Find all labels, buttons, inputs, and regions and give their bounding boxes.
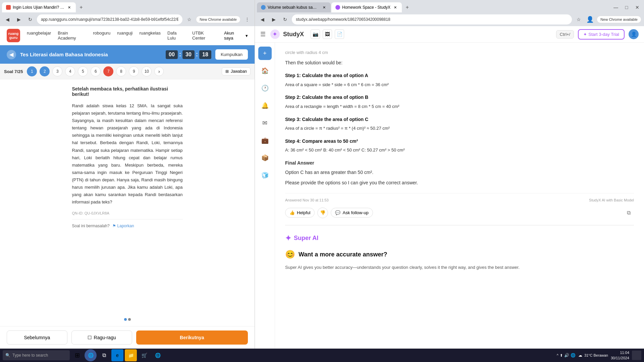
q-num-2[interactable]: 2: [40, 66, 50, 76]
right-forward-button[interactable]: ▶: [269, 15, 278, 24]
taskbar-show-desktop-button[interactable]: [632, 351, 641, 360]
studyx-file-icon[interactable]: 📄: [335, 29, 344, 39]
right-maximize-button[interactable]: □: [622, 3, 631, 12]
left-forward-button[interactable]: ▶: [14, 15, 23, 24]
tray-network-icon[interactable]: 🌐: [571, 353, 576, 358]
right-back-button[interactable]: ◀: [258, 15, 267, 24]
followup-button[interactable]: 💬 Ask follow-up: [331, 208, 373, 218]
nav-utbk-center[interactable]: UTBK Center: [192, 31, 217, 41]
left-more-button[interactable]: ⋮: [243, 15, 252, 24]
right-tab-1-title: Volume sebuah kubus sama de...: [268, 5, 319, 10]
helpful-label: Helpful: [297, 210, 310, 215]
nav-dafa-lulu[interactable]: Dafa Lulu: [167, 31, 185, 41]
left-new-tab-button[interactable]: +: [76, 3, 86, 12]
right-new-chrome-badge[interactable]: New Chrome available: [597, 16, 641, 23]
taskbar-cortana-icon[interactable]: 🌐: [85, 349, 97, 361]
taskbar-taskview-icon[interactable]: ⧉: [98, 349, 110, 361]
q-num-6[interactable]: 6: [91, 66, 101, 76]
collect-button[interactable]: Kumpulkan: [215, 49, 248, 60]
tray-volume-icon[interactable]: 🔊: [564, 353, 569, 358]
studyx-logo-text: StudyX: [283, 31, 304, 38]
studyx-menu-button[interactable]: ☰: [260, 31, 266, 38]
q-num-5[interactable]: 5: [78, 66, 88, 76]
right-address-input[interactable]: [292, 14, 572, 24]
right-close-button[interactable]: ✕: [633, 3, 642, 12]
q-nav-chevron[interactable]: ›: [154, 67, 164, 76]
left-tab-1-close[interactable]: ✕: [66, 5, 72, 10]
q-num-3[interactable]: 3: [52, 66, 62, 76]
step3-title: Step 3: Calculate the area of option C: [285, 116, 634, 123]
left-reload-button[interactable]: ↻: [25, 15, 35, 24]
studyx-trial-button[interactable]: ✦ Start 3-day Trial: [578, 29, 625, 40]
tray-arrow-icon[interactable]: ^: [557, 353, 558, 357]
super-ai-title: ✦ Super AI: [285, 232, 634, 244]
copy-button[interactable]: ⧉: [623, 207, 634, 218]
nav-ruangkelas[interactable]: ruangkelas: [139, 31, 161, 41]
nav-brain-academy[interactable]: Brain Academy: [58, 31, 86, 41]
sidebar-add-button[interactable]: +: [258, 47, 272, 60]
next-button[interactable]: Berikutnya: [136, 330, 248, 345]
left-new-chrome-badge[interactable]: New Chrome available: [196, 16, 240, 23]
ruangguru-logo: ruangguru: [7, 29, 20, 42]
report-button[interactable]: ⚑ Laporkan: [112, 224, 134, 228]
right-reload-button[interactable]: ↻: [280, 15, 290, 24]
nav-roboguru[interactable]: roboguru: [93, 31, 110, 41]
right-bookmark-button[interactable]: ☆: [574, 15, 583, 24]
studyx-header-icons: 📷 🖼 📄: [311, 29, 344, 39]
right-tab-1-close[interactable]: ✕: [321, 5, 327, 10]
super-ai-emoji: 😊: [285, 248, 295, 261]
weather-cloud-icon: ☁: [578, 353, 582, 358]
studyx-camera-icon[interactable]: 📷: [311, 29, 320, 39]
left-tab-1-favicon: [6, 5, 11, 10]
q-num-1[interactable]: 1: [27, 66, 37, 76]
q-num-9[interactable]: 9: [129, 66, 139, 76]
report-section: Soal ini bermasalah? ⚑ Laporkan: [72, 219, 183, 232]
prev-button[interactable]: Sebelumnya: [7, 330, 67, 345]
clock-time: 11:04: [611, 350, 629, 356]
taskbar-explorer-icon[interactable]: 📁: [125, 349, 137, 361]
helpful-thumb-icon: 👍: [289, 210, 295, 215]
q-num-10[interactable]: 10: [142, 66, 152, 76]
left-bookmark-button[interactable]: ☆: [184, 15, 194, 24]
q-num-4[interactable]: 4: [65, 66, 75, 76]
taskbar-windows-icon[interactable]: ⊞: [71, 349, 83, 361]
quiz-title: Tes Literasi dalam Bahasa Indonesia: [20, 52, 162, 57]
left-tab-1[interactable]: Ingin Lolos Ujian Mandiri? Ikuti... ✕: [2, 2, 76, 12]
right-profile-icon[interactable]: 👤: [585, 15, 595, 24]
sidebar-history-icon[interactable]: 🕐: [258, 81, 272, 95]
nav-ruanguji[interactable]: ruanguji: [117, 31, 132, 41]
taskbar-search-box[interactable]: 🔍 Type here to search: [3, 350, 70, 360]
ruangguru-account[interactable]: Akun saya ▾: [224, 31, 248, 41]
ragu-button[interactable]: ☐ Ragu-ragu: [71, 330, 132, 345]
right-tab-2[interactable]: Homework Space - StudyX ✕: [331, 2, 402, 12]
sidebar-briefcase-icon[interactable]: 💼: [258, 134, 272, 147]
right-tab-1[interactable]: Volume sebuah kubus sama de... ✕: [257, 2, 331, 12]
q-num-7[interactable]: 7: [103, 66, 113, 76]
left-back-button[interactable]: ◀: [3, 15, 12, 24]
right-minimize-button[interactable]: —: [611, 3, 621, 12]
left-address-input[interactable]: [37, 14, 182, 24]
right-new-tab-button[interactable]: +: [402, 3, 412, 12]
sidebar-notification-icon[interactable]: 🔔: [258, 99, 272, 112]
helpful-button[interactable]: 👍 Helpful: [285, 208, 315, 218]
jawaban-icon: ⊞: [225, 69, 229, 74]
model-text: StudyX AI with Basic Model: [589, 197, 634, 203]
ruangguru-page: ruangguru ruangbelajar Brain Academy rob…: [0, 26, 255, 349]
sidebar-cube-icon[interactable]: 🧊: [258, 169, 272, 182]
taskbar-edge-icon[interactable]: e: [111, 349, 123, 361]
taskbar-chrome-icon[interactable]: 🌐: [152, 349, 164, 361]
sidebar-mail-icon[interactable]: ✉: [258, 116, 272, 130]
thumbdown-button[interactable]: 👎: [317, 207, 328, 218]
q-num-8[interactable]: 8: [116, 66, 126, 76]
sidebar-package-icon[interactable]: 📦: [258, 151, 272, 165]
super-ai-description: Super AI gives you better accuracy—under…: [285, 264, 634, 271]
jawaban-button[interactable]: ⊞ Jawaban: [222, 67, 251, 75]
nav-ruangbelajar[interactable]: ruangbelajar: [27, 31, 51, 41]
ruangguru-header: ruangguru ruangbelajar Brain Academy rob…: [0, 26, 255, 45]
right-tab-2-close[interactable]: ✕: [392, 5, 398, 10]
studyx-gallery-icon[interactable]: 🖼: [323, 29, 332, 39]
studyx-avatar[interactable]: 👤: [629, 29, 639, 39]
quiz-back-button[interactable]: ◀: [7, 50, 16, 59]
taskbar-store-icon[interactable]: 🛒: [138, 349, 150, 361]
sidebar-home-icon[interactable]: 🏠: [258, 64, 272, 77]
